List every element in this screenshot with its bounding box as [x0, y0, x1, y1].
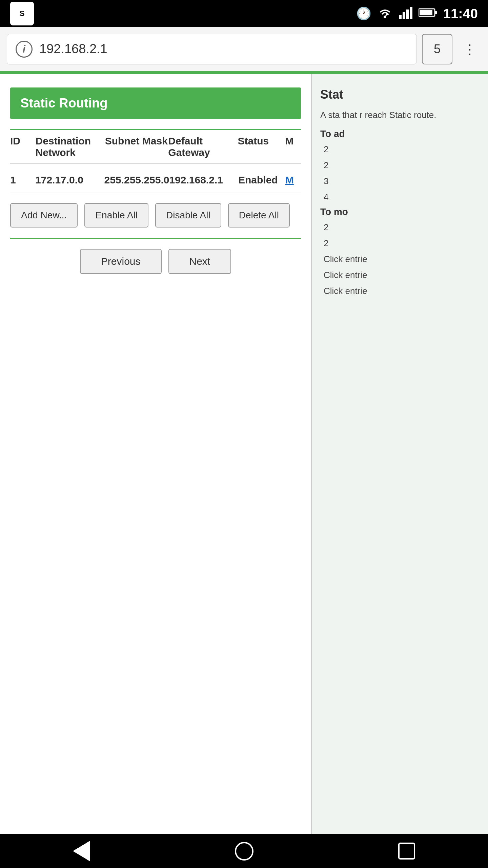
svg-rect-2 — [403, 12, 405, 19]
right-to-add-item-1: 2 — [320, 143, 480, 156]
home-button[interactable] — [230, 837, 258, 865]
table-row: 1 172.17.0.0 255.255.255.0 192.168.2.1 E… — [10, 167, 301, 193]
svg-rect-6 — [420, 10, 432, 15]
col-header-gateway: Default Gateway — [168, 135, 238, 158]
tab-count-button[interactable]: 5 — [422, 34, 452, 64]
col-header-id: ID — [10, 135, 36, 158]
cell-status: Enabled — [238, 174, 285, 186]
right-to-modify-title: To mo — [320, 206, 480, 217]
cell-m-link[interactable]: M — [285, 174, 301, 186]
section-title: Static Routing — [10, 87, 301, 119]
right-to-modify-item-2: 2 — [320, 237, 480, 250]
table-container: ID Destination Network Subnet Mask Defau… — [0, 129, 311, 193]
battery-icon — [419, 6, 437, 21]
right-step-4: 4 — [320, 191, 480, 204]
cell-subnet: 255.255.255.0 — [104, 174, 169, 186]
enable-all-button[interactable]: Enable All — [84, 203, 148, 228]
back-button[interactable] — [68, 837, 95, 865]
address-bar[interactable]: i 192.168.2.1 — [7, 34, 417, 64]
wifi-icon — [378, 5, 393, 22]
progress-fill — [0, 71, 488, 74]
col-header-dest: Destination Network — [36, 135, 105, 158]
next-button[interactable]: Next — [168, 249, 231, 274]
right-to-add-title: To ad — [320, 129, 480, 139]
pagination-row: Previous Next — [0, 239, 311, 284]
status-bar: S 🕐 — [0, 0, 488, 27]
action-buttons-row: Add New... Enable All Disable All Delete… — [0, 193, 311, 238]
delete-all-button[interactable]: Delete All — [228, 203, 290, 228]
more-menu-button[interactable]: ⋮ — [458, 34, 481, 64]
right-to-modify-item-1: 2 — [320, 221, 480, 234]
back-icon — [73, 841, 90, 861]
cell-dest: 172.17.0.0 — [35, 174, 104, 186]
add-new-button[interactable]: Add New... — [10, 203, 78, 228]
bottom-nav — [0, 834, 488, 868]
status-bar-left: S — [10, 2, 34, 25]
browser-bar: i 192.168.2.1 5 ⋮ — [0, 27, 488, 71]
recent-icon — [398, 843, 415, 860]
address-text: 192.168.2.1 — [39, 42, 107, 56]
recent-button[interactable] — [393, 837, 420, 865]
table-header: ID Destination Network Subnet Mask Defau… — [10, 135, 301, 164]
sonos-logo: S — [10, 2, 34, 25]
signal-icon — [399, 5, 412, 22]
col-header-status: Status — [238, 135, 285, 158]
left-panel: Static Routing ID Destination Network Su… — [0, 74, 312, 834]
main-content: Static Routing ID Destination Network Su… — [0, 74, 488, 834]
home-icon — [235, 842, 253, 861]
right-panel: Stat A sta that r reach Static route. To… — [312, 74, 488, 834]
table-divider-top — [10, 129, 301, 130]
clock-icon: 🕐 — [356, 6, 371, 21]
svg-rect-1 — [399, 15, 402, 19]
svg-rect-4 — [410, 7, 412, 19]
svg-rect-7 — [435, 11, 437, 14]
right-to-add-item-2: 2 — [320, 159, 480, 172]
progress-bar — [0, 71, 488, 74]
right-click-note-1: Click entrie — [320, 253, 480, 266]
right-panel-title: Stat — [320, 87, 480, 102]
col-header-subnet: Subnet Mask — [105, 135, 168, 158]
right-click-note-3: Click entrie — [320, 284, 480, 298]
svg-rect-3 — [406, 9, 409, 19]
status-time: 11:40 — [443, 6, 478, 21]
cell-id: 1 — [10, 174, 35, 186]
svg-point-0 — [384, 16, 386, 18]
right-click-note-2: Click entrie — [320, 269, 480, 282]
status-bar-right: 🕐 11:40 — [356, 5, 478, 22]
cell-gateway: 192.168.2.1 — [169, 174, 238, 186]
right-step-3: 3 — [320, 175, 480, 188]
previous-button[interactable]: Previous — [80, 249, 162, 274]
right-panel-description: A sta that r reach Static route. — [320, 108, 480, 122]
disable-all-button[interactable]: Disable All — [155, 203, 221, 228]
col-header-m: M — [285, 135, 301, 158]
info-icon: i — [16, 41, 33, 58]
